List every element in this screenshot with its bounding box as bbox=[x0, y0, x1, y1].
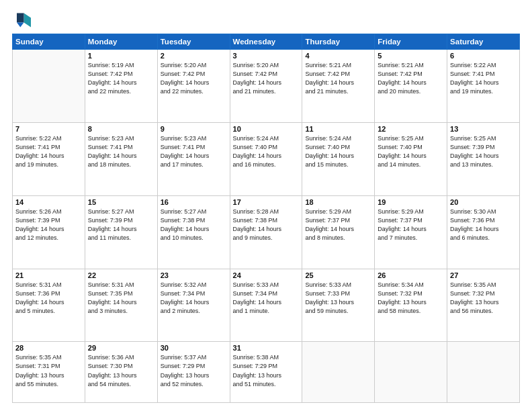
day-number: 23 bbox=[161, 271, 227, 279]
day-number: 15 bbox=[88, 198, 154, 206]
day-info: Sunrise: 5:21 AM Sunset: 7:42 PM Dayligh… bbox=[305, 61, 371, 96]
calendar-cell: 13Sunrise: 5:25 AM Sunset: 7:39 PM Dayli… bbox=[447, 122, 520, 195]
calendar-cell: 9Sunrise: 5:23 AM Sunset: 7:41 PM Daylig… bbox=[157, 122, 230, 195]
calendar-cell: 27Sunrise: 5:35 AM Sunset: 7:32 PM Dayli… bbox=[447, 269, 520, 342]
day-number: 28 bbox=[15, 344, 82, 352]
calendar-cell: 30Sunrise: 5:37 AM Sunset: 7:29 PM Dayli… bbox=[157, 342, 230, 403]
calendar-cell: 23Sunrise: 5:32 AM Sunset: 7:34 PM Dayli… bbox=[157, 269, 230, 342]
calendar-cell bbox=[447, 342, 520, 403]
calendar-cell: 24Sunrise: 5:33 AM Sunset: 7:34 PM Dayli… bbox=[230, 269, 302, 342]
day-number: 7 bbox=[15, 125, 82, 133]
day-number: 4 bbox=[305, 52, 371, 60]
calendar-week-row: 28Sunrise: 5:35 AM Sunset: 7:31 PM Dayli… bbox=[13, 342, 520, 403]
day-info: Sunrise: 5:24 AM Sunset: 7:40 PM Dayligh… bbox=[305, 134, 371, 169]
svg-marker-2 bbox=[17, 23, 24, 28]
day-number: 29 bbox=[88, 344, 154, 352]
calendar-cell: 31Sunrise: 5:38 AM Sunset: 7:29 PM Dayli… bbox=[230, 342, 302, 403]
calendar-cell: 8Sunrise: 5:23 AM Sunset: 7:41 PM Daylig… bbox=[85, 122, 157, 195]
calendar-cell bbox=[13, 50, 85, 123]
day-info: Sunrise: 5:33 AM Sunset: 7:34 PM Dayligh… bbox=[233, 281, 300, 316]
day-number: 20 bbox=[450, 198, 517, 206]
day-number: 24 bbox=[233, 271, 300, 279]
day-number: 3 bbox=[233, 52, 300, 60]
calendar-cell bbox=[302, 342, 375, 403]
day-info: Sunrise: 5:23 AM Sunset: 7:41 PM Dayligh… bbox=[161, 134, 227, 169]
day-number: 14 bbox=[15, 198, 82, 206]
day-info: Sunrise: 5:30 AM Sunset: 7:36 PM Dayligh… bbox=[450, 208, 517, 242]
calendar-table: SundayMondayTuesdayWednesdayThursdayFrid… bbox=[12, 34, 520, 403]
day-number: 19 bbox=[378, 198, 444, 206]
day-info: Sunrise: 5:31 AM Sunset: 7:36 PM Dayligh… bbox=[15, 281, 82, 316]
day-info: Sunrise: 5:22 AM Sunset: 7:41 PM Dayligh… bbox=[450, 61, 517, 96]
day-info: Sunrise: 5:27 AM Sunset: 7:39 PM Dayligh… bbox=[88, 208, 154, 242]
day-number: 10 bbox=[233, 125, 300, 133]
weekday-header-saturday: Saturday bbox=[447, 34, 520, 50]
day-info: Sunrise: 5:32 AM Sunset: 7:34 PM Dayligh… bbox=[161, 281, 227, 316]
day-number: 1 bbox=[88, 52, 154, 60]
calendar-cell: 3Sunrise: 5:20 AM Sunset: 7:42 PM Daylig… bbox=[230, 50, 302, 123]
day-info: Sunrise: 5:19 AM Sunset: 7:42 PM Dayligh… bbox=[88, 61, 154, 96]
calendar-cell: 26Sunrise: 5:34 AM Sunset: 7:32 PM Dayli… bbox=[375, 269, 447, 342]
calendar-cell: 7Sunrise: 5:22 AM Sunset: 7:41 PM Daylig… bbox=[13, 122, 85, 195]
day-info: Sunrise: 5:28 AM Sunset: 7:38 PM Dayligh… bbox=[233, 208, 300, 242]
svg-marker-1 bbox=[17, 13, 24, 23]
day-number: 27 bbox=[450, 271, 517, 279]
day-number: 26 bbox=[378, 271, 444, 279]
weekday-header-thursday: Thursday bbox=[302, 34, 375, 50]
day-info: Sunrise: 5:29 AM Sunset: 7:37 PM Dayligh… bbox=[305, 208, 371, 242]
day-info: Sunrise: 5:37 AM Sunset: 7:29 PM Dayligh… bbox=[161, 353, 227, 388]
day-info: Sunrise: 5:20 AM Sunset: 7:42 PM Dayligh… bbox=[233, 61, 300, 96]
calendar-week-row: 21Sunrise: 5:31 AM Sunset: 7:36 PM Dayli… bbox=[13, 269, 520, 342]
calendar-cell: 20Sunrise: 5:30 AM Sunset: 7:36 PM Dayli… bbox=[447, 195, 520, 269]
day-info: Sunrise: 5:26 AM Sunset: 7:39 PM Dayligh… bbox=[15, 208, 82, 242]
day-info: Sunrise: 5:35 AM Sunset: 7:32 PM Dayligh… bbox=[450, 281, 517, 316]
day-number: 12 bbox=[378, 125, 444, 133]
day-info: Sunrise: 5:36 AM Sunset: 7:30 PM Dayligh… bbox=[88, 353, 154, 388]
day-info: Sunrise: 5:25 AM Sunset: 7:39 PM Dayligh… bbox=[450, 134, 517, 169]
day-number: 21 bbox=[15, 271, 82, 279]
day-info: Sunrise: 5:22 AM Sunset: 7:41 PM Dayligh… bbox=[15, 134, 82, 169]
logo bbox=[12, 11, 34, 30]
day-number: 18 bbox=[305, 198, 371, 206]
day-number: 6 bbox=[450, 52, 517, 60]
calendar-cell: 12Sunrise: 5:25 AM Sunset: 7:40 PM Dayli… bbox=[375, 122, 447, 195]
day-number: 30 bbox=[161, 344, 227, 352]
day-number: 17 bbox=[233, 198, 300, 206]
calendar-cell: 15Sunrise: 5:27 AM Sunset: 7:39 PM Dayli… bbox=[85, 195, 157, 269]
calendar-cell: 29Sunrise: 5:36 AM Sunset: 7:30 PM Dayli… bbox=[85, 342, 157, 403]
calendar-cell: 21Sunrise: 5:31 AM Sunset: 7:36 PM Dayli… bbox=[13, 269, 85, 342]
calendar-cell: 22Sunrise: 5:31 AM Sunset: 7:35 PM Dayli… bbox=[85, 269, 157, 342]
day-info: Sunrise: 5:24 AM Sunset: 7:40 PM Dayligh… bbox=[233, 134, 300, 169]
day-number: 25 bbox=[305, 271, 371, 279]
day-number: 22 bbox=[88, 271, 154, 279]
calendar-cell: 28Sunrise: 5:35 AM Sunset: 7:31 PM Dayli… bbox=[13, 342, 85, 403]
calendar-cell: 5Sunrise: 5:21 AM Sunset: 7:42 PM Daylig… bbox=[375, 50, 447, 123]
calendar-cell: 10Sunrise: 5:24 AM Sunset: 7:40 PM Dayli… bbox=[230, 122, 302, 195]
day-info: Sunrise: 5:25 AM Sunset: 7:40 PM Dayligh… bbox=[378, 134, 444, 169]
calendar-cell: 18Sunrise: 5:29 AM Sunset: 7:37 PM Dayli… bbox=[302, 195, 375, 269]
calendar-cell: 17Sunrise: 5:28 AM Sunset: 7:38 PM Dayli… bbox=[230, 195, 302, 269]
day-info: Sunrise: 5:33 AM Sunset: 7:33 PM Dayligh… bbox=[305, 281, 371, 316]
day-info: Sunrise: 5:29 AM Sunset: 7:37 PM Dayligh… bbox=[378, 208, 444, 242]
calendar-cell: 25Sunrise: 5:33 AM Sunset: 7:33 PM Dayli… bbox=[302, 269, 375, 342]
day-number: 8 bbox=[88, 125, 154, 133]
calendar-cell: 1Sunrise: 5:19 AM Sunset: 7:42 PM Daylig… bbox=[85, 50, 157, 123]
day-info: Sunrise: 5:31 AM Sunset: 7:35 PM Dayligh… bbox=[88, 281, 154, 316]
day-number: 9 bbox=[161, 125, 227, 133]
day-info: Sunrise: 5:23 AM Sunset: 7:41 PM Dayligh… bbox=[88, 134, 154, 169]
weekday-header-row: SundayMondayTuesdayWednesdayThursdayFrid… bbox=[13, 34, 520, 50]
day-number: 2 bbox=[161, 52, 227, 60]
day-number: 31 bbox=[233, 344, 300, 352]
calendar-cell bbox=[375, 342, 447, 403]
page: SundayMondayTuesdayWednesdayThursdayFrid… bbox=[0, 0, 532, 411]
calendar-cell: 11Sunrise: 5:24 AM Sunset: 7:40 PM Dayli… bbox=[302, 122, 375, 195]
day-info: Sunrise: 5:38 AM Sunset: 7:29 PM Dayligh… bbox=[233, 353, 300, 388]
weekday-header-friday: Friday bbox=[375, 34, 447, 50]
day-number: 13 bbox=[450, 125, 517, 133]
header bbox=[12, 11, 520, 30]
svg-marker-0 bbox=[24, 13, 32, 28]
day-info: Sunrise: 5:21 AM Sunset: 7:42 PM Dayligh… bbox=[378, 61, 444, 96]
calendar-week-row: 7Sunrise: 5:22 AM Sunset: 7:41 PM Daylig… bbox=[13, 122, 520, 195]
weekday-header-sunday: Sunday bbox=[13, 34, 85, 50]
weekday-header-tuesday: Tuesday bbox=[157, 34, 230, 50]
